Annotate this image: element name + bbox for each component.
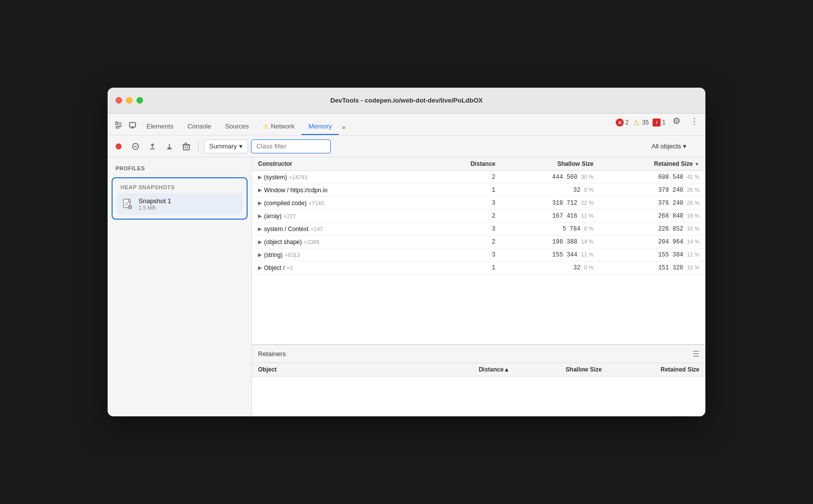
class-filter-input[interactable] [251, 139, 331, 153]
expand-arrow-icon[interactable]: ▶ [258, 213, 262, 219]
retainers-menu-icon[interactable]: ☰ [692, 349, 699, 359]
svg-rect-0 [116, 122, 118, 125]
info-icon: i [653, 119, 661, 126]
upload-button[interactable] [145, 139, 159, 153]
svg-point-2 [116, 143, 122, 149]
expand-arrow-icon[interactable]: ▶ [258, 265, 262, 270]
constructor-name: (string) [264, 252, 282, 258]
expand-arrow-icon[interactable]: ▶ [258, 239, 262, 245]
constructor-name: (object shape) [264, 239, 302, 246]
retainers-empty-row [252, 377, 705, 416]
tab-elements[interactable]: Elements [139, 119, 180, 135]
expand-arrow-icon[interactable]: ▶ [258, 226, 262, 232]
shallow-size-cell: 32 0 % [501, 184, 599, 197]
retainers-header: Retainers ☰ [252, 345, 705, 363]
snapshot-file-icon [122, 198, 134, 210]
table-row[interactable]: ▶ Window / https://cdpn.io 1 32 0 % 379 … [252, 184, 705, 197]
retainers-col-distance[interactable]: Distance▲ [433, 363, 516, 377]
snapshot-item[interactable]: Snapshot 1 1.5 MB [117, 193, 243, 215]
table-row[interactable]: ▶ (compiled code) ×7140 3 318 712 22 % 3… [252, 197, 705, 210]
heap-snapshots-label: HEAP SNAPSHOTS [117, 182, 243, 193]
retained-sort-icon: ▼ [694, 161, 699, 167]
constructor-count: ×227 [283, 213, 296, 219]
retainers-col-shallow[interactable]: Shallow Size [516, 363, 608, 377]
tab-network[interactable]: Network [256, 119, 302, 135]
warning-badge[interactable]: ⚠ 35 [633, 119, 649, 126]
retained-size-cell: 268 840 18 % [599, 210, 705, 223]
traffic-lights [116, 97, 143, 104]
summary-dropdown[interactable]: Summary ▾ [204, 139, 248, 153]
retained-size-cell: 608 548 41 % [599, 171, 705, 184]
retained-size-cell: 155 384 11 % [599, 249, 705, 261]
shallow-size-cell: 32 0 % [501, 261, 599, 274]
constructor-name: Window / https://cdpn.io [264, 187, 327, 194]
distance-cell: 3 [433, 249, 501, 261]
error-icon: ✕ [616, 119, 624, 126]
snapshot-info: Snapshot 1 1.5 MB [138, 197, 171, 211]
tab-bar: Elements Console Sources Network Memory … [108, 114, 705, 135]
expand-arrow-icon[interactable]: ▶ [258, 252, 262, 257]
table-row[interactable]: ▶ (object shape) ×3389 2 198 388 14 % 20… [252, 236, 705, 249]
maximize-button[interactable] [136, 97, 143, 104]
retainers-col-object[interactable]: Object [252, 363, 433, 377]
constructor-name: (system) [264, 174, 287, 181]
collect-garbage-button[interactable] [179, 139, 193, 153]
constructor-count: ×6313 [284, 252, 300, 258]
all-objects-dropdown[interactable]: All objects ▾ [647, 140, 691, 152]
close-button[interactable] [116, 97, 122, 104]
table-row[interactable]: ▶ (system) ×14793 2 444 560 30 % 608 548… [252, 171, 705, 184]
selector-icon[interactable] [112, 118, 126, 132]
retainers-col-retained[interactable]: Retained Size [608, 363, 705, 377]
table-row[interactable]: ▶ (array) ×227 2 167 416 11 % 268 840 18… [252, 210, 705, 223]
expand-arrow-icon[interactable]: ▶ [258, 187, 262, 193]
expand-arrow-icon[interactable]: ▶ [258, 174, 262, 180]
tab-console[interactable]: Console [180, 119, 218, 135]
main-panel: Constructor Distance Shallow Size Retain… [252, 157, 705, 416]
minimize-button[interactable] [126, 97, 133, 104]
record-button[interactable] [112, 139, 126, 153]
dropdown-arrow-icon: ▾ [239, 142, 243, 150]
constructor-cell: ▶ Window / https://cdpn.io [252, 184, 433, 197]
toolbar-separator [198, 141, 199, 151]
constructor-name: (array) [264, 213, 281, 220]
shallow-size-cell: 5 784 0 % [501, 223, 599, 236]
shallow-size-cell: 167 416 11 % [501, 210, 599, 223]
table-row[interactable]: ▶ system / Context ×147 3 5 784 0 % 226 … [252, 223, 705, 236]
col-constructor[interactable]: Constructor [252, 157, 433, 171]
constructor-count: ×3389 [304, 239, 319, 245]
table-row[interactable]: ▶ Object / ×2 1 32 0 % 151 328 10 % [252, 261, 705, 274]
shallow-size-cell: 198 388 14 % [501, 236, 599, 249]
retained-size-cell: 204 964 14 % [599, 236, 705, 249]
distance-cell: 2 [433, 171, 501, 184]
tab-memory[interactable]: Memory [301, 119, 339, 135]
distance-cell: 3 [433, 223, 501, 236]
heap-table: Constructor Distance Shallow Size Retain… [252, 157, 705, 274]
constructor-cell: ▶ (compiled code) ×7140 [252, 197, 433, 210]
info-badge[interactable]: i 1 [653, 119, 666, 126]
svg-rect-1 [130, 123, 136, 127]
tab-sources[interactable]: Sources [218, 119, 256, 135]
retained-size-cell: 151 328 10 % [599, 261, 705, 274]
constructor-name: system / Context [264, 226, 308, 233]
constructor-cell: ▶ system / Context ×147 [252, 223, 433, 236]
content-area: Profiles HEAP SNAPSHOTS [108, 157, 705, 416]
col-shallow-size[interactable]: Shallow Size [501, 157, 599, 171]
clear-button[interactable] [129, 139, 142, 153]
distance-cell: 2 [433, 210, 501, 223]
download-button[interactable] [162, 139, 176, 153]
warning-icon: ⚠ [633, 119, 641, 126]
error-badge[interactable]: ✕ 2 [616, 119, 629, 126]
col-retained-size[interactable]: Retained Size ▼ [599, 157, 705, 171]
settings-button[interactable]: ⚙ [670, 114, 683, 128]
constructor-name: (compiled code) [264, 200, 306, 207]
table-row[interactable]: ▶ (string) ×6313 3 155 344 11 % 155 384 … [252, 249, 705, 261]
col-distance[interactable]: Distance [433, 157, 501, 171]
more-tabs-button[interactable]: » [339, 120, 348, 135]
sidebar: Profiles HEAP SNAPSHOTS [108, 157, 252, 416]
more-options-button[interactable]: ⋮ [687, 114, 701, 128]
retained-size-cell: 379 240 26 % [599, 184, 705, 197]
expand-arrow-icon[interactable]: ▶ [258, 200, 262, 206]
badge-area: ✕ 2 ⚠ 35 i 1 ⚙ ⋮ [616, 114, 701, 135]
device-toggle-icon[interactable] [126, 118, 139, 132]
heap-snapshots-group: HEAP SNAPSHOTS [112, 177, 248, 220]
